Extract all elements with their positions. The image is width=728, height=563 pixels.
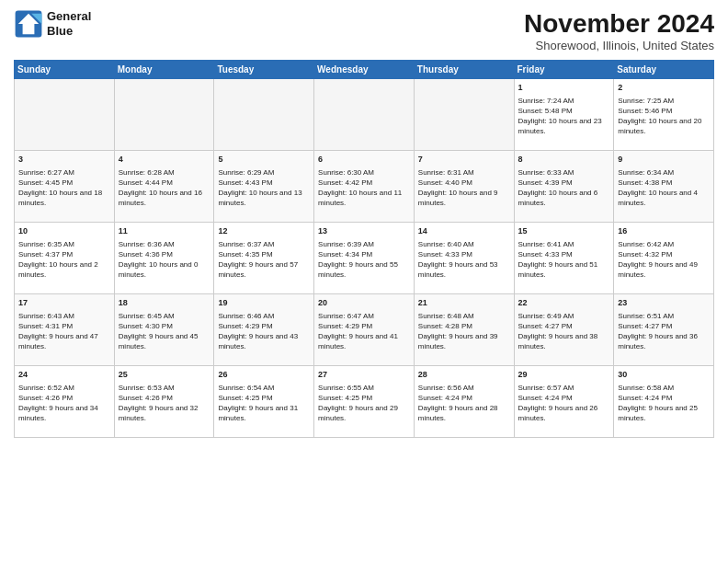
sunrise: Sunrise: 7:24 AM xyxy=(518,96,610,106)
daylight: Daylight: 10 hours and 4 minutes. xyxy=(618,188,710,208)
daylight: Daylight: 10 hours and 18 minutes. xyxy=(18,188,110,208)
sunset: Sunset: 4:36 PM xyxy=(119,249,210,259)
day-cell: 21Sunrise: 6:48 AMSunset: 4:28 PMDayligh… xyxy=(414,294,514,366)
sunset: Sunset: 4:24 PM xyxy=(518,393,610,403)
day-number: 9 xyxy=(618,154,710,166)
daylight: Daylight: 10 hours and 16 minutes. xyxy=(119,188,210,208)
sunset: Sunset: 4:35 PM xyxy=(218,249,310,259)
day-number: 4 xyxy=(119,154,210,166)
day-cell: 22Sunrise: 6:49 AMSunset: 4:27 PMDayligh… xyxy=(514,294,614,366)
day-number: 10 xyxy=(18,225,110,237)
sunrise: Sunrise: 6:51 AM xyxy=(618,311,710,321)
sunset: Sunset: 4:39 PM xyxy=(518,178,610,188)
day-cell xyxy=(114,79,214,151)
sunset: Sunset: 5:46 PM xyxy=(618,106,710,116)
daylight: Daylight: 9 hours and 47 minutes. xyxy=(18,331,110,351)
sunrise: Sunrise: 7:25 AM xyxy=(618,96,710,106)
sunrise: Sunrise: 6:37 AM xyxy=(218,239,310,249)
sunrise: Sunrise: 6:31 AM xyxy=(418,167,510,178)
sunrise: Sunrise: 6:46 AM xyxy=(218,311,310,321)
day-cell: 18Sunrise: 6:45 AMSunset: 4:30 PMDayligh… xyxy=(114,294,214,366)
sunset: Sunset: 4:26 PM xyxy=(18,393,110,403)
daylight: Daylight: 9 hours and 29 minutes. xyxy=(318,403,410,423)
daylight: Daylight: 9 hours and 39 minutes. xyxy=(418,331,510,351)
daylight: Daylight: 9 hours and 26 minutes. xyxy=(518,403,610,423)
sunrise: Sunrise: 6:49 AM xyxy=(518,311,610,321)
daylight: Daylight: 9 hours and 34 minutes. xyxy=(18,403,110,423)
weekday-header-monday: Monday xyxy=(114,61,214,79)
day-cell: 20Sunrise: 6:47 AMSunset: 4:29 PMDayligh… xyxy=(314,294,415,366)
day-number: 2 xyxy=(618,82,710,94)
title-block: November 2024 Shorewood, Illinois, Unite… xyxy=(524,9,714,52)
day-cell: 23Sunrise: 6:51 AMSunset: 4:27 PMDayligh… xyxy=(614,294,714,366)
day-cell: 4Sunrise: 6:28 AMSunset: 4:44 PMDaylight… xyxy=(114,151,214,223)
sunrise: Sunrise: 6:39 AM xyxy=(318,239,410,249)
day-number: 12 xyxy=(218,225,310,237)
sunset: Sunset: 4:28 PM xyxy=(418,321,510,331)
sunrise: Sunrise: 6:30 AM xyxy=(318,167,410,178)
daylight: Daylight: 9 hours and 38 minutes. xyxy=(518,331,610,351)
day-cell: 29Sunrise: 6:57 AMSunset: 4:24 PMDayligh… xyxy=(514,366,614,438)
day-number: 23 xyxy=(618,297,710,309)
sunset: Sunset: 4:45 PM xyxy=(18,178,110,188)
daylight: Daylight: 9 hours and 53 minutes. xyxy=(418,259,510,280)
sunset: Sunset: 4:33 PM xyxy=(418,249,510,259)
sunrise: Sunrise: 6:27 AM xyxy=(18,167,110,178)
day-cell: 1Sunrise: 7:24 AMSunset: 5:48 PMDaylight… xyxy=(514,79,614,151)
day-cell xyxy=(214,79,314,151)
day-cell: 27Sunrise: 6:55 AMSunset: 4:25 PMDayligh… xyxy=(314,366,415,438)
day-cell: 3Sunrise: 6:27 AMSunset: 4:45 PMDaylight… xyxy=(15,151,115,223)
sunrise: Sunrise: 6:58 AM xyxy=(618,383,710,393)
sunset: Sunset: 4:25 PM xyxy=(218,393,310,403)
logo-icon xyxy=(14,9,43,39)
day-number: 13 xyxy=(318,225,410,237)
sunset: Sunset: 4:30 PM xyxy=(119,321,210,331)
daylight: Daylight: 9 hours and 32 minutes. xyxy=(119,403,210,423)
day-cell: 2Sunrise: 7:25 AMSunset: 5:46 PMDaylight… xyxy=(614,79,714,151)
sunset: Sunset: 4:32 PM xyxy=(618,249,710,259)
daylight: Daylight: 10 hours and 6 minutes. xyxy=(518,188,610,208)
day-number: 8 xyxy=(518,154,610,166)
day-cell: 25Sunrise: 6:53 AMSunset: 4:26 PMDayligh… xyxy=(114,366,214,438)
logo-text: General Blue xyxy=(47,9,91,38)
location: Shorewood, Illinois, United States xyxy=(524,39,714,52)
day-cell: 19Sunrise: 6:46 AMSunset: 4:29 PMDayligh… xyxy=(214,294,314,366)
daylight: Daylight: 9 hours and 31 minutes. xyxy=(218,403,310,423)
daylight: Daylight: 10 hours and 9 minutes. xyxy=(418,188,510,208)
sunset: Sunset: 4:24 PM xyxy=(418,393,510,403)
day-cell: 5Sunrise: 6:29 AMSunset: 4:43 PMDaylight… xyxy=(214,151,314,223)
day-number: 7 xyxy=(418,154,510,166)
sunrise: Sunrise: 6:29 AM xyxy=(218,167,310,178)
sunrise: Sunrise: 6:35 AM xyxy=(18,239,110,249)
week-row-5: 24Sunrise: 6:52 AMSunset: 4:26 PMDayligh… xyxy=(15,366,714,438)
sunrise: Sunrise: 6:52 AM xyxy=(18,383,110,393)
day-number: 15 xyxy=(518,225,610,237)
day-cell: 17Sunrise: 6:43 AMSunset: 4:31 PMDayligh… xyxy=(15,294,115,366)
day-cell: 7Sunrise: 6:31 AMSunset: 4:40 PMDaylight… xyxy=(414,151,514,223)
day-cell: 6Sunrise: 6:30 AMSunset: 4:42 PMDaylight… xyxy=(314,151,415,223)
day-number: 6 xyxy=(318,154,410,166)
daylight: Daylight: 9 hours and 43 minutes. xyxy=(218,331,310,351)
day-number: 19 xyxy=(218,297,310,309)
sunset: Sunset: 4:29 PM xyxy=(218,321,310,331)
sunset: Sunset: 4:29 PM xyxy=(318,321,410,331)
sunset: Sunset: 4:42 PM xyxy=(318,178,410,188)
sunset: Sunset: 4:27 PM xyxy=(618,321,710,331)
daylight: Daylight: 10 hours and 11 minutes. xyxy=(318,188,410,208)
weekday-header-sunday: Sunday xyxy=(15,61,115,79)
day-number: 18 xyxy=(119,297,210,309)
logo-line2: Blue xyxy=(47,24,91,39)
week-row-3: 10Sunrise: 6:35 AMSunset: 4:37 PMDayligh… xyxy=(15,223,714,294)
day-cell: 13Sunrise: 6:39 AMSunset: 4:34 PMDayligh… xyxy=(314,223,415,294)
sunset: Sunset: 4:27 PM xyxy=(518,321,610,331)
day-cell xyxy=(15,79,115,151)
sunrise: Sunrise: 6:55 AM xyxy=(318,383,410,393)
sunrise: Sunrise: 6:45 AM xyxy=(119,311,210,321)
week-row-1: 1Sunrise: 7:24 AMSunset: 5:48 PMDaylight… xyxy=(15,79,714,151)
daylight: Daylight: 9 hours and 41 minutes. xyxy=(318,331,410,351)
daylight: Daylight: 10 hours and 20 minutes. xyxy=(618,116,710,136)
day-number: 16 xyxy=(618,225,710,237)
day-number: 20 xyxy=(318,297,410,309)
week-row-2: 3Sunrise: 6:27 AMSunset: 4:45 PMDaylight… xyxy=(15,151,714,223)
sunrise: Sunrise: 6:36 AM xyxy=(119,239,210,249)
